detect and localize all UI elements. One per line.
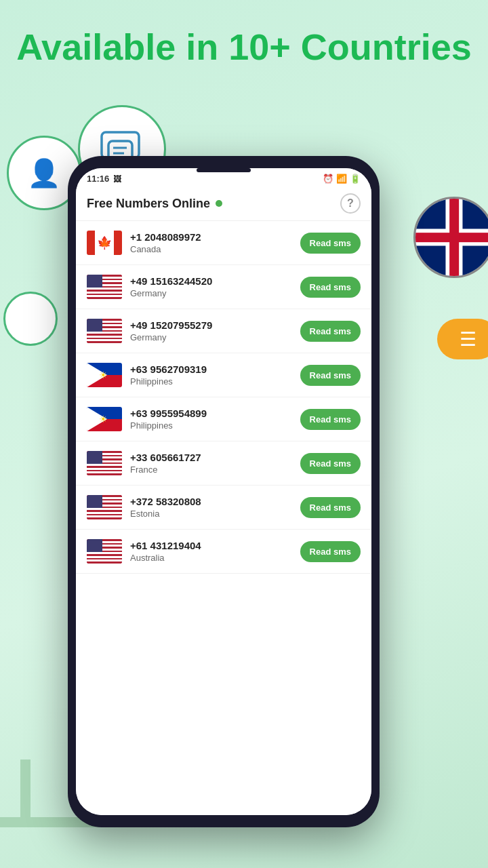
- maple-leaf-icon: 🍁: [97, 235, 112, 250]
- number-info: +1 2048089972 Canada: [130, 231, 292, 254]
- read-sms-button[interactable]: Read sms: [300, 409, 361, 430]
- phone-number: +61 431219404: [130, 540, 292, 551]
- flag-estonia: [87, 495, 122, 519]
- flag-canada: 🍁: [87, 231, 122, 255]
- status-image-icon: 🖼: [113, 174, 121, 184]
- app-title: Free Numbers Online: [87, 197, 210, 211]
- messages-icon: ☰: [460, 328, 476, 351]
- table-row: ☀ +63 9562709319 Philippines Read sms: [76, 353, 371, 397]
- table-row: 🍁 +1 2048089972 Canada Read sms: [76, 221, 371, 265]
- table-row: +49 15163244520 Germany Read sms: [76, 265, 371, 309]
- online-indicator: [216, 200, 222, 207]
- help-button[interactable]: ?: [340, 193, 361, 214]
- country-name: Estonia: [130, 509, 292, 519]
- flag-germany: [87, 275, 122, 299]
- table-row: +33 605661727 France Read sms: [76, 441, 371, 486]
- table-row: +372 58320808 Estonia Read sms: [76, 486, 371, 530]
- country-name: Philippines: [130, 376, 292, 387]
- phone-notch: [197, 168, 251, 172]
- number-info: +33 605661727 France: [130, 452, 292, 475]
- battery-icon: 🔋: [350, 174, 361, 184]
- number-info: +61 431219404 Australia: [130, 540, 292, 563]
- numbers-list: 🍁 +1 2048089972 Canada Read sms: [76, 221, 371, 815]
- page-header-title: Available in 10+ Countries: [0, 27, 488, 67]
- app-header: Free Numbers Online ?: [76, 186, 371, 221]
- phone-number: +63 9955954899: [130, 408, 292, 419]
- read-sms-button[interactable]: Read sms: [300, 277, 361, 298]
- sun-icon: ☀: [99, 414, 108, 425]
- phone-number: +33 605661727: [130, 452, 292, 463]
- phone-number: +49 15207955279: [130, 319, 292, 331]
- country-name: Germany: [130, 332, 292, 342]
- sun-icon: ☀: [99, 370, 108, 380]
- number-info: +63 9562709319 Philippines: [130, 363, 292, 387]
- messages-circle: ☰: [437, 319, 488, 359]
- wifi-icon: 📶: [336, 174, 347, 184]
- app-header-left: Free Numbers Online: [87, 197, 222, 211]
- phone-number: +1 2048089972: [130, 231, 292, 243]
- flag-germany2: [87, 319, 122, 343]
- uk-flag-circle: [413, 197, 488, 278]
- flag-philippines: ☀: [87, 363, 122, 387]
- read-sms-button[interactable]: Read sms: [300, 365, 361, 386]
- phone-number: +63 9562709319: [130, 363, 292, 375]
- country-name: France: [130, 465, 292, 475]
- phone-mockup: 11:16 🖼 ⏰ 📶 🔋 Free Numbers Online ?: [68, 156, 380, 827]
- phone-number: +372 58320808: [130, 496, 292, 507]
- country-name: Germany: [130, 288, 292, 298]
- status-icons: ⏰ 📶 🔋: [323, 174, 361, 184]
- read-sms-button[interactable]: Read sms: [300, 453, 361, 474]
- read-sms-button[interactable]: Read sms: [300, 321, 361, 342]
- flag-philippines2: ☀: [87, 407, 122, 431]
- table-row: ☀ +63 9955954899 Philippines Read sms: [76, 397, 371, 441]
- flag-australia: [87, 539, 122, 564]
- alarm-icon: ⏰: [323, 174, 333, 184]
- country-name: Canada: [130, 244, 292, 254]
- country-name: Australia: [130, 553, 292, 563]
- number-info: +63 9955954899 Philippines: [130, 408, 292, 431]
- desk-leg: [20, 760, 30, 827]
- small-circle-left: [3, 292, 58, 346]
- flag-france: [87, 451, 122, 475]
- read-sms-button[interactable]: Read sms: [300, 497, 361, 518]
- headset-icon: 👤: [27, 157, 61, 189]
- number-info: +49 15207955279 Germany: [130, 319, 292, 342]
- read-sms-button[interactable]: Read sms: [300, 233, 361, 254]
- phone-number: +49 15163244520: [130, 275, 292, 287]
- number-info: +49 15163244520 Germany: [130, 275, 292, 298]
- read-sms-button[interactable]: Read sms: [300, 541, 361, 562]
- table-row: +49 15207955279 Germany Read sms: [76, 309, 371, 353]
- table-row: +61 431219404 Australia Read sms: [76, 530, 371, 574]
- number-info: +372 58320808 Estonia: [130, 496, 292, 519]
- phone-screen: 11:16 🖼 ⏰ 📶 🔋 Free Numbers Online ?: [76, 168, 371, 815]
- status-time: 11:16: [87, 174, 109, 184]
- country-name: Philippines: [130, 420, 292, 431]
